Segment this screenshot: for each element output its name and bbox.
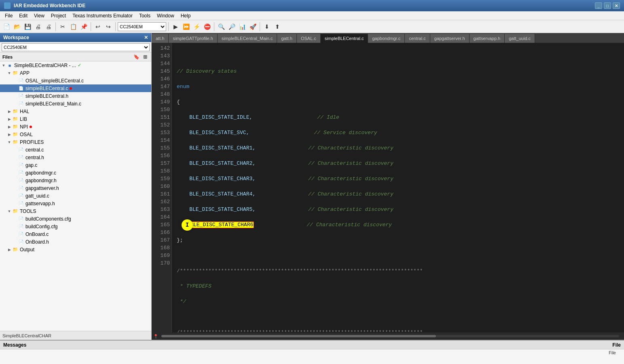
- spacer: [12, 101, 18, 107]
- folder-label: APP: [20, 70, 30, 76]
- spacer: [12, 78, 18, 84]
- print2-button[interactable]: 🖨: [44, 22, 53, 32]
- file-label: gapgattserver.h: [25, 185, 59, 191]
- tree-item-central-c[interactable]: 📄 central.c: [0, 146, 151, 154]
- maximize-button[interactable]: □: [604, 2, 611, 9]
- tree-item-main-c[interactable]: 📄 simpleBLECentral_Main.c: [0, 100, 151, 107]
- print-button[interactable]: 🖨: [33, 22, 43, 32]
- tree-item-simple-ble-c[interactable]: 📄 simpleBLECentral.c: [0, 84, 151, 92]
- tree-item-gapbondmgr-h[interactable]: 📄 gapbondmgr.h: [0, 177, 151, 184]
- tab-simple-main-c[interactable]: simpleBLECentral_Main.c: [218, 34, 277, 43]
- close-sidebar-button[interactable]: ✕: [144, 35, 148, 40]
- tab-gatt-uuid-c[interactable]: gatt_uuid.c: [505, 34, 535, 43]
- tree-item-onboard-h[interactable]: 📄 OnBoard.h: [0, 238, 151, 246]
- tree-item-output[interactable]: ▶ 📁 Output: [0, 246, 151, 253]
- file-icon: 📄: [18, 78, 24, 84]
- menu-tools[interactable]: Tools: [136, 12, 154, 19]
- new-button[interactable]: 📄: [2, 22, 11, 32]
- menu-project[interactable]: Project: [48, 12, 69, 19]
- tree-item-tools[interactable]: ▼ 📁 TOOLS: [0, 207, 151, 215]
- line-147: BLE_DISC_STATE_SVC,// Service discovery: [177, 129, 624, 137]
- expand-icon: ▼: [6, 70, 12, 76]
- horizontal-scrollbar[interactable]: [161, 335, 619, 337]
- file-icon: 📄: [18, 147, 24, 153]
- file-label: OnBoard.c: [25, 231, 49, 237]
- tab-central-c[interactable]: central.c: [405, 34, 430, 43]
- tabs-bar: att.h simpleGATTprofile.h simpleBLECentr…: [152, 33, 624, 43]
- folder-icon: 📁: [12, 124, 19, 130]
- save-button[interactable]: 💾: [23, 22, 32, 32]
- tree-item-gap-c[interactable]: 📄 gap.c: [0, 161, 151, 169]
- upload-button[interactable]: ⬆: [273, 22, 282, 32]
- file-icon: 📄: [18, 170, 24, 176]
- code-editor[interactable]: // Discovery states enum { BLE_DISC_STAT…: [172, 43, 624, 332]
- menu-file[interactable]: File: [2, 12, 16, 19]
- tab-att-h[interactable]: att.h: [152, 34, 169, 43]
- build2-button[interactable]: ⏩: [181, 22, 191, 32]
- expand-icon: ▶: [6, 247, 12, 252]
- config-dropdown[interactable]: CC2540EM: [118, 22, 166, 31]
- tab-gapgattserver-h[interactable]: gapgattserver.h: [430, 34, 470, 43]
- build3-button[interactable]: ⚡: [192, 22, 201, 32]
- redo-button[interactable]: ↪: [104, 22, 113, 32]
- debug3-button[interactable]: 📊: [237, 22, 247, 32]
- stop-button[interactable]: ⛔: [202, 22, 212, 32]
- close-button[interactable]: ✕: [613, 2, 620, 9]
- separator-3: [115, 22, 116, 31]
- tree-item-npi[interactable]: ▶ 📁 NPI: [0, 123, 151, 130]
- tab-simpleble-c[interactable]: simpleBLECentral.c: [321, 34, 368, 43]
- file-icon: 📄: [18, 216, 24, 222]
- editor-area: att.h simpleGATTprofile.h simpleBLECentr…: [152, 33, 624, 340]
- file-label: central.c: [25, 147, 44, 153]
- copy-button[interactable]: 📋: [68, 22, 78, 32]
- debug-button[interactable]: 🔍: [216, 22, 226, 32]
- download-button[interactable]: ⬇: [262, 22, 272, 32]
- file-icon: 📄: [18, 231, 24, 238]
- tree-item-lib[interactable]: ▶ 📁 LIB: [0, 115, 151, 123]
- menu-window[interactable]: Window: [154, 12, 178, 19]
- bookmark-icon[interactable]: 🔖: [133, 53, 140, 61]
- open-button[interactable]: 📂: [12, 22, 22, 32]
- spacer: [12, 86, 18, 91]
- tree-item-gapbondmgr-c[interactable]: 📄 gapbondmgr.c: [0, 169, 151, 177]
- separator-2: [91, 22, 91, 31]
- paste-button[interactable]: 📌: [79, 22, 89, 32]
- debug2-button[interactable]: 🔎: [227, 22, 237, 32]
- tree-item-buildcomp[interactable]: 📄 buildComponents.cfg: [0, 215, 151, 223]
- spacer: [12, 185, 18, 191]
- debug4-button[interactable]: 🚀: [248, 22, 258, 32]
- grid-icon[interactable]: ⊞: [142, 53, 149, 61]
- tab-simplegatt-h[interactable]: simpleGATTprofile.h: [169, 34, 217, 43]
- tree-item-hal[interactable]: ▶ 📁 HAL: [0, 107, 151, 115]
- workspace-label: Workspace: [3, 35, 29, 40]
- file-label: gapbondmgr.c: [25, 170, 56, 176]
- menu-edit[interactable]: Edit: [16, 12, 31, 19]
- tree-item-root[interactable]: ▼ ■ SimpleBLECentralCHAR - ... ✓: [0, 61, 151, 69]
- build-button[interactable]: ▶: [171, 22, 180, 32]
- minimize-button[interactable]: _: [595, 2, 602, 9]
- tree-item-app[interactable]: ▼ 📁 APP: [0, 69, 151, 77]
- tree-item-gapgattserver-h[interactable]: 📄 gapgattserver.h: [0, 184, 151, 192]
- file-label: buildComponents.cfg: [25, 216, 71, 222]
- menu-help[interactable]: Help: [178, 12, 194, 19]
- tree-item-buildconfig[interactable]: 📄 buildConfig.cfg: [0, 223, 151, 230]
- cut-button[interactable]: ✂: [58, 22, 68, 32]
- tab-gapbondmgr-c[interactable]: gapbondmgr.c: [368, 34, 405, 43]
- tab-osal-c[interactable]: OSAL.c: [297, 34, 321, 43]
- tab-gattservapp-h[interactable]: gattservapp.h: [470, 34, 505, 43]
- menu-ti-emulator[interactable]: Texas Instruments Emulator: [69, 12, 136, 19]
- tree-item-osal-c[interactable]: 📄 OSAL_simpleBLECentral.c: [0, 77, 151, 84]
- tree-item-central-h[interactable]: 📄 central.h: [0, 154, 151, 161]
- workspace-dropdown[interactable]: CC2540EM: [2, 43, 150, 51]
- undo-button[interactable]: ↩: [93, 22, 103, 32]
- tree-item-onboard-c[interactable]: 📄 OnBoard.c: [0, 230, 151, 238]
- tree-item-profiles[interactable]: ▼ 📁 PROFILES: [0, 138, 151, 146]
- tree-item-gatt-uuid-c[interactable]: 📄 gatt_uuid.c: [0, 192, 151, 200]
- bottom-panel: MessagesFile File: [0, 340, 624, 364]
- tree-item-simple-ble-h[interactable]: 📄 simpleBLECentral.h: [0, 92, 151, 100]
- sidebar-bottom: SimpleBLECentralCHAR: [0, 331, 151, 340]
- menu-view[interactable]: View: [31, 12, 48, 19]
- tab-gatt-h[interactable]: gatt.h: [277, 34, 297, 43]
- tree-item-gattservapp-h[interactable]: 📄 gattservapp.h: [0, 200, 151, 207]
- tree-item-osal[interactable]: ▶ 📁 OSAL: [0, 130, 151, 138]
